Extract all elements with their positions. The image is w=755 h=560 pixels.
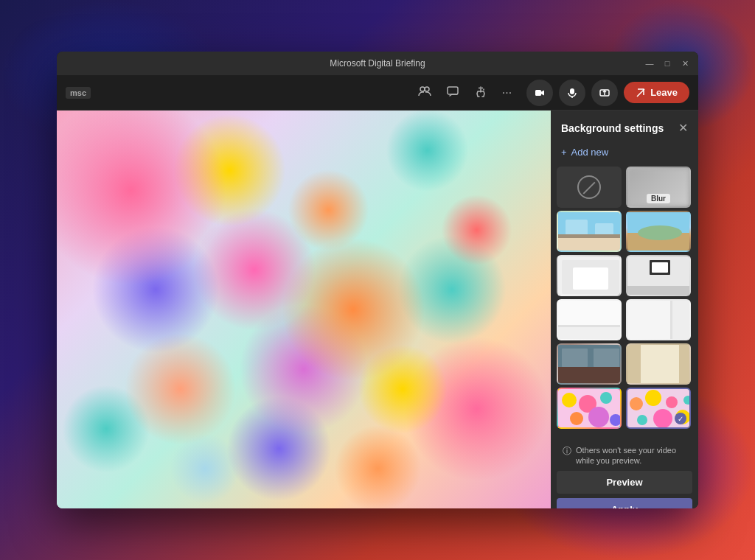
content-area: Background settings ✕ + Add new Blur — [57, 111, 698, 508]
participants-icon[interactable] — [418, 85, 431, 101]
video-feed — [57, 111, 551, 508]
background-white-room1-thumb[interactable] — [557, 255, 622, 296]
svg-rect-33 — [594, 349, 619, 367]
panel-header: Background settings ✕ — [551, 111, 698, 142]
background-room2-thumb[interactable] — [626, 255, 691, 296]
svg-rect-36 — [678, 345, 691, 385]
leave-button-label: Leave — [650, 87, 678, 98]
background-minimal2-thumb[interactable] — [626, 299, 691, 340]
app-logo: msc — [66, 87, 91, 99]
plus-icon: + — [561, 147, 567, 158]
svg-point-43 — [588, 407, 609, 427]
apply-button[interactable]: Apply — [557, 498, 692, 508]
video-toggle-button[interactable] — [526, 80, 553, 106]
background-office-thumb[interactable] — [557, 211, 622, 252]
svg-rect-25 — [558, 326, 622, 340]
svg-rect-29 — [670, 301, 672, 340]
mic-toggle-button[interactable] — [559, 80, 585, 106]
svg-rect-12 — [558, 234, 622, 238]
svg-rect-35 — [627, 345, 642, 385]
panel-title: Background settings — [561, 122, 664, 134]
svg-rect-31 — [558, 367, 622, 385]
title-bar: Microsoft Digital Briefing — □ ✕ — [57, 52, 698, 75]
window-title: Microsoft Digital Briefing — [330, 58, 425, 69]
minimize-button[interactable]: — — [645, 59, 654, 68]
svg-point-0 — [420, 87, 425, 91]
svg-point-46 — [630, 397, 643, 410]
svg-point-39 — [562, 393, 577, 407]
svg-point-41 — [600, 392, 612, 404]
toolbar-center-icons: ··· — [418, 85, 512, 101]
background-blur-thumb[interactable]: Blur — [626, 167, 691, 208]
maximize-button[interactable]: □ — [663, 59, 672, 68]
main-window: Microsoft Digital Briefing — □ ✕ msc — [57, 52, 698, 508]
background-balls1-thumb[interactable] — [557, 388, 622, 429]
svg-rect-18 — [573, 267, 608, 290]
info-text-label: Others won't see your video while you pr… — [576, 445, 686, 466]
background-settings-panel: Background settings ✕ + Add new Blur — [551, 111, 698, 508]
svg-rect-3 — [535, 90, 541, 96]
background-balls2-thumb[interactable]: ✓ — [626, 388, 691, 429]
svg-rect-22 — [652, 262, 668, 273]
add-new-label: Add new — [571, 147, 609, 158]
svg-rect-23 — [627, 286, 691, 296]
share-screen-button[interactable] — [591, 80, 618, 106]
svg-rect-28 — [672, 301, 691, 340]
toolbar: msc ··· — [57, 75, 698, 111]
svg-point-47 — [645, 390, 661, 406]
preview-button[interactable]: Preview — [557, 471, 692, 494]
svg-rect-9 — [558, 238, 622, 252]
background-thumbnail-grid: Blur — [551, 167, 698, 435]
svg-point-1 — [425, 87, 429, 91]
video-background — [57, 111, 551, 508]
more-options-icon[interactable]: ··· — [502, 86, 512, 99]
raise-hand-icon[interactable] — [474, 85, 487, 101]
svg-rect-4 — [570, 88, 574, 94]
blur-label: Blur — [647, 194, 670, 203]
background-none-thumb[interactable] — [557, 167, 622, 208]
svg-point-15 — [638, 225, 682, 240]
svg-point-50 — [653, 409, 672, 428]
toolbar-right-controls: Leave — [526, 80, 689, 106]
panel-bottom: ⓘ Others won't see your video while you … — [551, 435, 698, 508]
add-new-button[interactable]: + Add new — [551, 142, 698, 167]
selected-checkmark: ✓ — [675, 413, 686, 424]
info-icon: ⓘ — [563, 446, 571, 458]
svg-point-49 — [637, 415, 647, 425]
svg-rect-37 — [641, 345, 679, 385]
svg-point-44 — [610, 414, 622, 426]
none-icon — [577, 175, 601, 199]
background-minimal1-thumb[interactable] — [557, 299, 622, 340]
background-outdoor-thumb[interactable] — [626, 211, 691, 252]
svg-point-48 — [666, 396, 678, 408]
close-button[interactable]: ✕ — [681, 59, 689, 68]
panel-info-text: ⓘ Others won't see your video while you … — [557, 441, 692, 471]
background-loft-thumb[interactable] — [557, 343, 622, 385]
leave-button[interactable]: Leave — [624, 82, 689, 103]
svg-point-42 — [570, 412, 583, 425]
svg-rect-32 — [562, 349, 588, 367]
svg-rect-26 — [558, 325, 622, 327]
title-bar-controls: — □ ✕ — [645, 59, 689, 68]
chat-icon[interactable] — [446, 85, 459, 101]
background-curtain-thumb[interactable] — [626, 343, 691, 385]
svg-rect-2 — [448, 87, 458, 94]
panel-close-button[interactable]: ✕ — [678, 121, 688, 135]
